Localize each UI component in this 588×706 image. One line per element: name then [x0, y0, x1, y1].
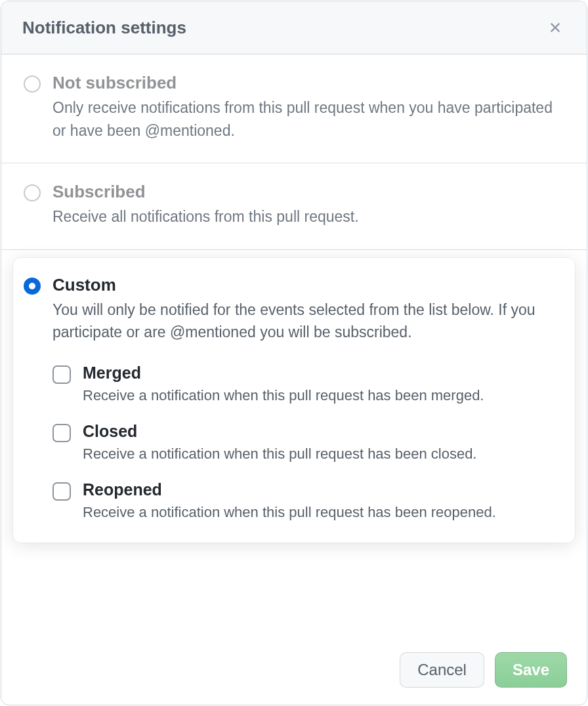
sub-option-desc: Receive a notification when this pull re… — [83, 443, 564, 465]
sub-option-title: Merged — [83, 363, 564, 383]
option-custom[interactable]: Custom You will only be notified for the… — [13, 258, 575, 543]
checkbox-reopened[interactable] — [52, 482, 71, 501]
radio-not-subscribed[interactable] — [24, 75, 41, 93]
sub-option-closed[interactable]: Closed Receive a notification when this … — [52, 422, 564, 465]
notification-settings-modal: Notification settings Not subscribed Onl… — [1, 1, 587, 705]
option-not-subscribed[interactable]: Not subscribed Only receive notification… — [1, 54, 587, 163]
modal-header: Notification settings — [1, 1, 587, 54]
custom-sub-options: Merged Receive a notification when this … — [52, 363, 564, 523]
sub-option-desc: Receive a notification when this pull re… — [83, 384, 564, 406]
option-desc: Only receive notifications from this pul… — [52, 96, 564, 142]
close-icon — [547, 20, 563, 35]
close-button[interactable] — [545, 17, 566, 38]
option-desc: Receive all notifications from this pull… — [52, 205, 564, 228]
cancel-button[interactable]: Cancel — [400, 652, 484, 688]
modal-body: Not subscribed Only receive notification… — [1, 54, 587, 639]
sub-option-title: Reopened — [83, 480, 564, 499]
radio-subscribed[interactable] — [24, 184, 41, 201]
option-desc: You will only be notified for the events… — [52, 299, 564, 344]
sub-option-title: Closed — [83, 422, 564, 441]
modal-footer: Cancel Save — [1, 639, 587, 705]
option-title: Custom — [52, 275, 564, 295]
option-title: Not subscribed — [52, 73, 564, 93]
option-subscribed[interactable]: Subscribed Receive all notifications fro… — [1, 163, 587, 250]
modal-title: Notification settings — [22, 18, 186, 38]
option-title: Subscribed — [52, 182, 564, 202]
save-button[interactable]: Save — [495, 652, 567, 688]
checkbox-merged[interactable] — [52, 365, 71, 384]
sub-option-reopened[interactable]: Reopened Receive a notification when thi… — [52, 480, 564, 523]
radio-custom[interactable] — [24, 278, 41, 295]
sub-option-merged[interactable]: Merged Receive a notification when this … — [52, 363, 564, 406]
checkbox-closed[interactable] — [52, 424, 71, 442]
sub-option-desc: Receive a notification when this pull re… — [83, 501, 564, 523]
